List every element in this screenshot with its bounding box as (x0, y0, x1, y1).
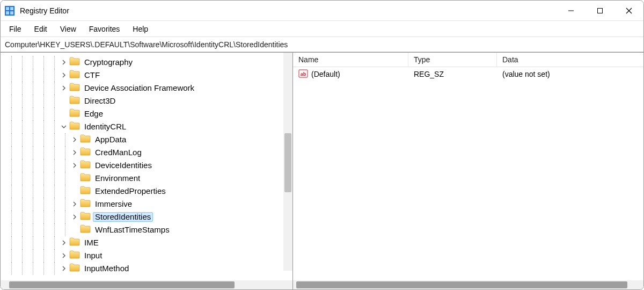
svg-text:ab: ab (301, 71, 306, 77)
content-area: CryptographyCTFDevice Association Framew… (1, 52, 643, 289)
chevron-right-icon[interactable] (60, 85, 68, 91)
folder-icon (68, 121, 82, 132)
column-header-type[interactable]: Type (408, 53, 497, 67)
folder-icon (79, 224, 93, 235)
chevron-right-icon[interactable] (60, 240, 68, 245)
value-name: (Default) (311, 70, 340, 78)
maximize-icon (597, 8, 603, 14)
svg-rect-6 (598, 8, 603, 13)
chevron-right-icon[interactable] (60, 73, 68, 78)
values-horizontal-scroll-thumb[interactable] (296, 281, 627, 288)
window-title: Registry Editor (20, 6, 69, 15)
minimize-button[interactable] (557, 1, 586, 21)
menu-file[interactable]: File (3, 23, 28, 35)
folder-icon (68, 57, 82, 68)
tree-node-label: InputMethod (82, 264, 131, 274)
svg-rect-2 (10, 7, 13, 10)
regedit-app-icon (5, 6, 14, 16)
tree-vertical-scrollbar[interactable] (283, 53, 292, 271)
tree-node-label: StoredIdentities (93, 212, 153, 222)
address-bar[interactable]: Computer\HKEY_USERS\.DEFAULT\Software\Mi… (1, 37, 643, 52)
tree-node[interactable]: Input (1, 249, 292, 262)
tree-node[interactable]: Edge (1, 107, 292, 120)
column-header-data[interactable]: Data (497, 53, 643, 67)
string-value-icon: ab (298, 69, 308, 80)
folder-icon (68, 108, 82, 119)
values-list[interactable]: ab(Default)REG_SZ(value not set) (293, 67, 643, 280)
folder-icon (68, 263, 82, 274)
menu-help[interactable]: Help (126, 23, 155, 35)
values-header: Name Type Data (293, 53, 643, 67)
tree-node[interactable]: Environment (1, 172, 292, 185)
chevron-right-icon[interactable] (70, 150, 79, 155)
tree-node[interactable]: CredManLog (1, 146, 292, 159)
titlebar: Registry Editor (1, 1, 643, 21)
tree-node-label: Immersive (93, 199, 134, 209)
registry-editor-window: Registry Editor File Edit View Favorites… (0, 0, 644, 290)
menu-view[interactable]: View (54, 23, 83, 35)
folder-icon (68, 237, 82, 248)
values-horizontal-scrollbar[interactable] (293, 280, 643, 289)
column-header-name[interactable]: Name (293, 53, 408, 67)
chevron-down-icon[interactable] (60, 124, 68, 129)
tree-node[interactable]: InputMethod (1, 262, 292, 275)
tree-node-label: IME (82, 238, 101, 248)
value-data: (value not set) (497, 70, 643, 78)
maximize-button[interactable] (586, 1, 614, 21)
folder-icon (79, 212, 93, 222)
chevron-right-icon[interactable] (60, 266, 68, 271)
chevron-right-icon[interactable] (70, 214, 79, 220)
tree-node-label: Edge (82, 109, 105, 119)
chevron-right-icon[interactable] (70, 163, 79, 168)
tree-horizontal-scroll-thumb[interactable] (9, 281, 235, 288)
folder-icon (79, 186, 93, 197)
tree-node[interactable]: CTF (1, 69, 292, 82)
tree-node[interactable]: Device Association Framework (1, 82, 292, 95)
address-text: Computer\HKEY_USERS\.DEFAULT\Software\Mi… (5, 40, 288, 49)
folder-icon (79, 173, 93, 184)
folder-icon (79, 147, 93, 158)
menu-favorites[interactable]: Favorites (83, 23, 127, 35)
chevron-right-icon[interactable] (60, 253, 68, 258)
svg-rect-3 (6, 11, 9, 15)
tree-node-label: Environment (93, 173, 142, 184)
folder-icon (68, 96, 82, 106)
registry-tree[interactable]: CryptographyCTFDevice Association Framew… (1, 53, 292, 280)
tree-node[interactable]: Direct3D (1, 95, 292, 107)
tree-node[interactable]: IME (1, 236, 292, 249)
chevron-right-icon[interactable] (70, 201, 79, 207)
tree-node-label: Input (82, 251, 104, 261)
tree-horizontal-scrollbar[interactable] (1, 280, 292, 289)
close-icon (626, 8, 632, 14)
menu-edit[interactable]: Edit (28, 23, 54, 35)
tree-node[interactable]: Cryptography (1, 56, 292, 69)
minimize-icon (568, 8, 574, 14)
close-button[interactable] (614, 1, 643, 21)
folder-icon (68, 250, 82, 261)
tree-node-label: WnfLastTimeStamps (93, 225, 172, 235)
tree-node[interactable]: StoredIdentities (1, 211, 292, 223)
tree-node-label: ExtendedProperties (93, 186, 168, 197)
menubar: File Edit View Favorites Help (1, 21, 643, 37)
tree-node[interactable]: DeviceIdentities (1, 159, 292, 172)
tree-node-label: Device Association Framework (82, 83, 196, 93)
tree-vertical-scroll-thumb[interactable] (284, 133, 291, 192)
svg-rect-4 (10, 11, 13, 15)
folder-icon (79, 199, 93, 209)
folder-icon (79, 160, 93, 171)
tree-node-label: AppData (93, 135, 128, 145)
chevron-right-icon[interactable] (60, 60, 68, 65)
value-row[interactable]: ab(Default)REG_SZ(value not set) (293, 67, 643, 81)
folder-icon (68, 83, 82, 93)
tree-node[interactable]: ExtendedProperties (1, 185, 292, 198)
tree-node[interactable]: Immersive (1, 198, 292, 211)
tree-node-label: DeviceIdentities (93, 161, 154, 171)
tree-node[interactable]: WnfLastTimeStamps (1, 223, 292, 236)
tree-node[interactable]: AppData (1, 133, 292, 146)
tree-node-label: CredManLog (93, 148, 144, 158)
values-pane: Name Type Data ab(Default)REG_SZ(value n… (293, 53, 643, 289)
tree-node-label: Direct3D (82, 96, 118, 106)
tree-node[interactable]: IdentityCRL (1, 120, 292, 133)
chevron-right-icon[interactable] (70, 137, 79, 142)
value-type: REG_SZ (408, 70, 497, 78)
